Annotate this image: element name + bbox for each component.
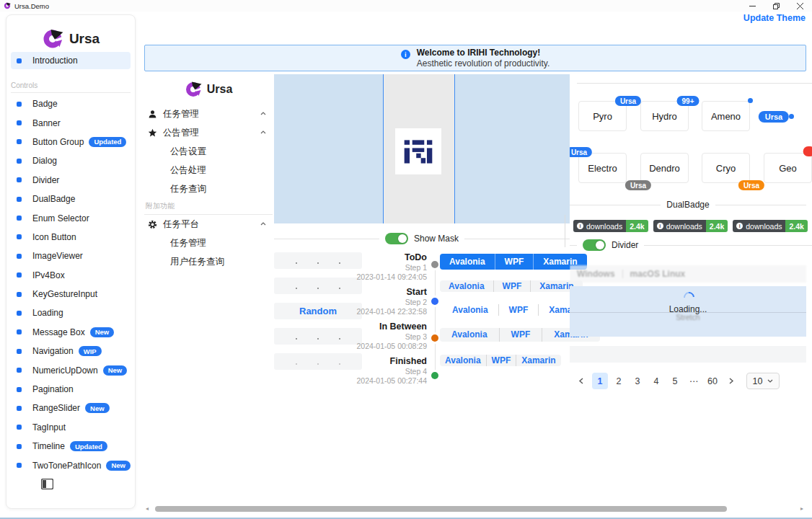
sidebar-item-message-box[interactable]: Message BoxNew [11,323,133,342]
timeline-step-time: 2023-01-14 09:24:05 [346,272,427,282]
page-button-3[interactable]: 3 [630,373,645,389]
bullet-icon [17,177,22,182]
avalonia-button[interactable]: Avalonia [440,355,486,366]
page-button-2[interactable]: 2 [611,373,627,389]
prev-page-icon[interactable] [573,373,589,389]
horizontal-scrollbar: ◂ ▸ [141,504,812,514]
timeline-step-title: Start [346,287,427,298]
empty-bar [570,346,806,363]
sidebar-item-imageviewer[interactable]: ImageViewer [11,247,133,265]
sidebar-item-badge[interactable]: Badge [11,94,133,113]
status-badge: New [103,365,128,376]
menu-item-task-management[interactable]: 任务管理 [144,105,273,123]
xamarin-button[interactable]: Xamarin [516,355,560,366]
sidebar-item-label: Loading [32,308,63,318]
scroll-right-icon[interactable]: ▸ [800,506,806,512]
timeline-step-sub: Step 1 [346,263,427,272]
wpf-button[interactable]: WPF [499,328,542,342]
loading-text: Loading... [570,304,806,314]
maximize-icon[interactable] [764,0,788,12]
wpf-button[interactable]: WPF [486,355,516,366]
bullet-icon [17,444,22,449]
badge-card-dendro[interactable]: Dendro [640,153,689,183]
info-icon: i [401,50,410,59]
page-button-60[interactable]: 60 [705,373,720,389]
sidebar-item-navigation[interactable]: NavigationWIP [11,342,133,360]
sidebar-item-timeline[interactable]: TimelineUpdated [11,437,133,456]
badge-card-geo[interactable]: Geo [764,153,812,183]
menu-item-announcement-management[interactable]: 公告管理 [144,123,273,142]
scroll-left-icon[interactable]: ◂ [146,506,151,512]
minimize-icon[interactable] [741,0,764,12]
badge-card-cryo[interactable]: Cryo [702,153,750,183]
sidebar-item-banner[interactable]: Banner [11,113,133,132]
menu-item-announcement-processing[interactable]: 公告处理 [144,161,273,179]
divider-line [274,239,379,239]
avalonia-button[interactable]: Avalonia [440,254,495,270]
dualbadge-divider-label: DualBadge [666,200,709,210]
image-viewer[interactable] [274,74,570,223]
sidebar-item-icon-button[interactable]: Icon Button [11,228,133,247]
sidebar-item-twotonepathicon[interactable]: TwoTonePathIconNew [11,456,133,474]
os-tabs-bar: Windows macOS Linux [570,265,806,283]
collapse-sidebar-icon[interactable] [41,479,53,489]
bullet-icon [17,120,22,125]
menu-item-task-management-2[interactable]: 任务管理 [144,234,273,252]
ursa-badge-red [803,146,812,156]
viewer-mask-left [274,74,384,223]
update-theme-button[interactable]: Update Theme [743,13,806,23]
bullet-icon [17,349,22,354]
sidebar-item-introduction[interactable]: Introduction [11,52,131,69]
menu-item-task-platform[interactable]: 任务平台 [144,215,273,234]
avalonia-button[interactable]: Avalonia [440,280,493,292]
page-button-4[interactable]: 4 [648,373,664,389]
tab-macos-linux[interactable]: macOS Linux [623,269,693,279]
page-size-value: 10 [753,376,763,386]
sidebar-item-label: TwoTonePathIcon [32,461,101,471]
sidebar-item-loading[interactable]: Loading [11,303,133,322]
badge-card-label: Electro [588,163,617,174]
page-size-select[interactable]: 10 [746,373,780,389]
menu-item-label: 任务平台 [163,218,199,231]
sidebar-item-button-group[interactable]: Button GroupUpdated [11,133,133,151]
scrollbar-thumb[interactable] [155,506,727,512]
menu-item-announcement-settings[interactable]: 公告设置 [144,142,273,161]
avalonia-button[interactable]: Avalonia [440,328,499,342]
sidebar-item-dialog[interactable]: Dialog [11,151,133,170]
star-icon [148,128,157,138]
show-mask-toggle[interactable] [385,233,408,244]
close-icon[interactable] [788,0,812,12]
page-ellipsis[interactable]: ⋯ [686,373,702,389]
sidebar-item-dualbadge[interactable]: DualBadge [11,190,133,208]
sidebar-item-taginput[interactable]: TagInput [11,418,133,437]
menu-item-label: 用户任务查询 [170,256,224,268]
tab-windows[interactable]: Windows [570,269,622,279]
sidebar-item-enum-selector[interactable]: Enum Selector [11,208,133,227]
page-button-1[interactable]: 1 [592,373,608,389]
sidebar-item-numericupdown[interactable]: NumericUpDownNew [11,360,133,379]
sidebar-item-label: DualBadge [32,194,75,204]
sidebar-item-label: Pagination [32,384,74,394]
page-button-5[interactable]: 5 [667,373,683,389]
badge-card-electro[interactable]: Electro [578,153,627,183]
sidebar-item-divider[interactable]: Divider [11,171,133,190]
sidebar-item-keygestureinput[interactable]: KeyGestureInput [11,285,133,303]
menu-item-user-task-query[interactable]: 用户任务查询 [144,252,273,271]
wpf-button[interactable]: WPF [498,304,539,316]
next-page-icon[interactable] [723,373,739,389]
wpf-button[interactable]: WPF [495,254,534,270]
timeline-dot-start [431,298,438,305]
sidebar-item-rangeslider[interactable]: RangeSliderNew [11,399,133,417]
menu-section-label: 附加功能 [144,201,273,215]
divider-line [577,83,812,84]
app-window: Ursa.Demo Ursa Introduction Controls Bad… [0,0,812,519]
sidebar-item-pagination[interactable]: Pagination [11,380,133,399]
avalonia-button[interactable]: Avalonia [442,304,498,316]
bullet-icon [17,463,22,468]
badge-card-ameno[interactable]: Ameno [702,101,750,131]
sidebar-item-ipv4box[interactable]: IPv4Box [11,266,133,285]
divider-toggle[interactable] [583,239,606,251]
menu-item-task-query[interactable]: 任务查询 [144,179,273,198]
badge-card-label: Ameno [711,111,741,122]
wpf-button[interactable]: WPF [493,280,531,292]
